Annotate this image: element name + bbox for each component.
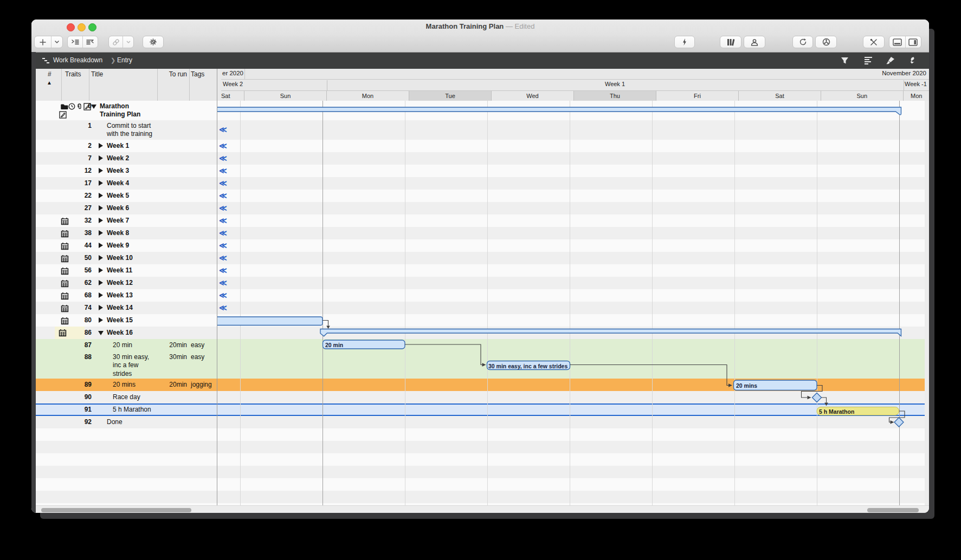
indent-icon[interactable] xyxy=(68,36,82,48)
offscreen-bar-indicator[interactable]: ≪ xyxy=(219,179,227,187)
offscreen-bar-indicator[interactable]: ≪ xyxy=(219,204,227,212)
app-window: Marathon Training Plan — Edited xyxy=(31,19,929,513)
row-number: 90 xyxy=(85,393,92,401)
milestone-race-day[interactable] xyxy=(812,393,822,402)
offscreen-bar-indicator[interactable]: ≪ xyxy=(219,216,227,225)
disclosure-collapsed-icon[interactable] xyxy=(99,243,103,248)
disclosure-collapsed-icon[interactable] xyxy=(99,180,103,186)
table-row-1[interactable]: 1Commit to startwith the training xyxy=(36,120,217,140)
disclosure-collapsed-icon[interactable] xyxy=(99,230,103,236)
col-header-traits[interactable]: Traits xyxy=(65,70,81,78)
outdent-icon[interactable] xyxy=(83,36,98,48)
disclosure-collapsed-icon[interactable] xyxy=(99,292,103,298)
disclosure-collapsed-icon[interactable] xyxy=(99,218,103,223)
bar-week15[interactable] xyxy=(217,317,323,325)
action-menu-button[interactable] xyxy=(143,36,164,48)
add-icon[interactable] xyxy=(35,36,51,48)
table-row-56[interactable]: 56Week 11 xyxy=(36,264,217,277)
table-row-89[interactable]: 8920 mins20minjogging xyxy=(36,379,217,391)
disclosure-collapsed-icon[interactable] xyxy=(99,168,103,173)
disclosure-collapsed-icon[interactable] xyxy=(99,143,103,148)
table-row-12[interactable]: 12Week 3 xyxy=(36,165,217,177)
link-options-chevron-icon[interactable] xyxy=(123,36,133,48)
week-label-1: Week 1 xyxy=(327,81,903,87)
disclosure-expanded-icon[interactable] xyxy=(91,105,96,109)
breadcrumb-view[interactable]: Work Breakdown xyxy=(53,56,102,64)
table-row-17[interactable]: 17Week 4 xyxy=(36,177,217,190)
col-header-torun[interactable]: To run xyxy=(169,70,187,78)
summary-bar-week16[interactable] xyxy=(320,329,901,336)
add-task-button-group[interactable] xyxy=(34,36,63,48)
table-row-74[interactable]: 74Week 14 xyxy=(36,302,217,314)
sidebar-gutter xyxy=(31,52,36,513)
inspectors-button[interactable] xyxy=(863,36,885,48)
offscreen-bar-indicator[interactable]: ≪ xyxy=(219,166,227,175)
offscreen-bar-indicator[interactable]: ≪ xyxy=(219,303,227,312)
chart-horizontal-scrollbar[interactable] xyxy=(867,508,919,512)
disclosure-collapsed-icon[interactable] xyxy=(99,268,103,273)
disclosure-collapsed-icon[interactable] xyxy=(99,305,103,310)
table-row-0[interactable]: 0MarathonTraining Plan xyxy=(36,101,217,120)
disclosure-collapsed-icon[interactable] xyxy=(99,255,103,261)
disclosure-expanded-icon[interactable] xyxy=(98,331,104,335)
offscreen-bar-indicator[interactable]: ≪ xyxy=(219,253,227,262)
milestone-done[interactable] xyxy=(894,418,904,427)
col-header-num[interactable]: # xyxy=(48,70,51,78)
disclosure-collapsed-icon[interactable] xyxy=(99,280,103,285)
panel-buttons-group[interactable] xyxy=(889,36,921,48)
col-header-title[interactable]: Title xyxy=(91,70,103,78)
sync-button[interactable] xyxy=(792,36,813,48)
table-row-62[interactable]: 62Week 12 xyxy=(36,277,217,289)
table-row-91[interactable]: 915 h Marathon xyxy=(36,403,217,416)
breadcrumb-mode[interactable]: Entry xyxy=(117,56,132,64)
table-row-90[interactable]: 90Race day xyxy=(36,391,217,403)
table-row-92[interactable]: 92Done xyxy=(36,416,217,428)
disclosure-collapsed-icon[interactable] xyxy=(99,205,103,211)
offscreen-bar-indicator[interactable]: ≪ xyxy=(219,154,227,162)
library-button[interactable] xyxy=(720,36,741,48)
offscreen-bar-indicator[interactable]: ≪ xyxy=(219,241,227,250)
offscreen-bar-indicator[interactable]: ≪ xyxy=(219,229,227,237)
table-row-44[interactable]: 44Week 9 xyxy=(36,239,217,252)
table-row-32[interactable]: 32Week 7 xyxy=(36,214,217,227)
catch-up-button[interactable] xyxy=(674,36,695,48)
right-panel-icon[interactable] xyxy=(906,36,921,48)
table-row-87[interactable]: 8720 min20mineasy xyxy=(36,339,217,351)
offscreen-bar-indicator[interactable]: ≪ xyxy=(219,278,227,287)
offscreen-bar-indicator[interactable]: ≪ xyxy=(219,125,227,134)
publish-button[interactable] xyxy=(815,36,837,48)
disclosure-collapsed-icon[interactable] xyxy=(99,193,103,198)
table-row-22[interactable]: 22Week 5 xyxy=(36,190,217,202)
bottom-panel-icon[interactable] xyxy=(889,36,905,48)
col-header-tags[interactable]: Tags xyxy=(191,70,204,78)
day-header-sat-0: Sat xyxy=(221,90,244,101)
table-row-2[interactable]: 2Week 1 xyxy=(36,140,217,152)
sort-indicator-icon[interactable]: ▲ xyxy=(47,80,52,86)
add-options-chevron-icon[interactable] xyxy=(51,36,62,48)
disclosure-collapsed-icon[interactable] xyxy=(99,317,103,323)
offscreen-bar-indicator[interactable]: ≪ xyxy=(219,191,227,200)
link-icon[interactable] xyxy=(109,36,122,48)
resources-button[interactable] xyxy=(744,36,765,48)
summary-bar-project[interactable] xyxy=(217,107,901,115)
table-row-50[interactable]: 50Week 10 xyxy=(36,252,217,264)
pane-divider[interactable] xyxy=(217,69,217,513)
table-row-38[interactable]: 38Week 8 xyxy=(36,227,217,239)
row-number: 91 xyxy=(85,406,92,413)
table-horizontal-scrollbar[interactable] xyxy=(41,508,191,512)
table-row-68[interactable]: 68Week 13 xyxy=(36,289,217,302)
row-number: 88 xyxy=(85,353,92,361)
table-row-7[interactable]: 7Week 2 xyxy=(36,152,217,165)
table-row-88[interactable]: 8830 min easy,inc a fewstrides30mineasy xyxy=(36,351,217,379)
scrollbar-strip xyxy=(36,505,929,513)
disclosure-collapsed-icon[interactable] xyxy=(99,155,103,161)
offscreen-bar-indicator[interactable]: ≪ xyxy=(219,141,227,150)
link-button-group[interactable] xyxy=(108,36,134,48)
indent-button-group[interactable] xyxy=(67,36,98,48)
task-title: Week 3 xyxy=(107,167,129,175)
week-label-2: Week 2 xyxy=(223,81,243,87)
offscreen-bar-indicator[interactable]: ≪ xyxy=(219,266,227,275)
table-row-80[interactable]: 80Week 15 xyxy=(36,314,217,327)
offscreen-bar-indicator[interactable]: ≪ xyxy=(219,291,227,299)
table-row-27[interactable]: 27Week 6 xyxy=(36,202,217,214)
